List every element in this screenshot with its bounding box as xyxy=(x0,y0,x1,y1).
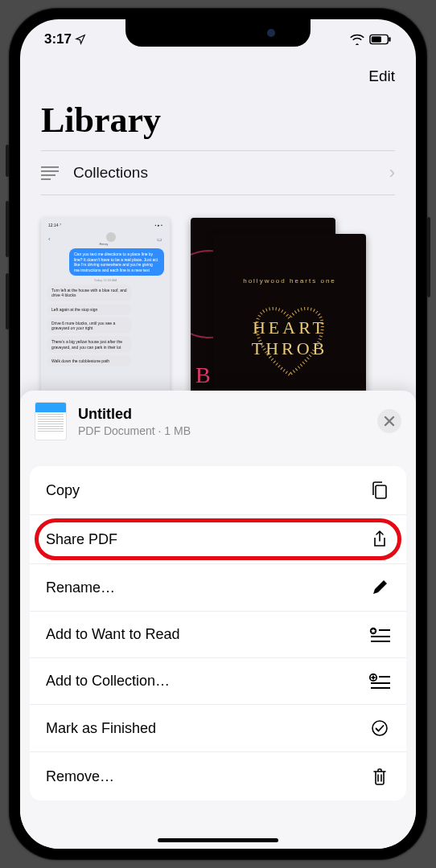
book-stack[interactable]: hollywood hearts two B hollywood hearts … xyxy=(191,218,368,417)
message-bubble: Left again at the stop sign xyxy=(47,304,132,315)
copy-icon xyxy=(369,481,390,500)
action-remove[interactable]: Remove… xyxy=(30,752,406,800)
nav-bar: Edit xyxy=(20,55,416,92)
books-row: 12:14 ⁷▪ ▸ ▪ ‹ Henry ▭ Can you text me d… xyxy=(20,195,416,417)
page-title: Library xyxy=(41,100,395,141)
action-label: Share PDF xyxy=(46,531,117,548)
svg-rect-2 xyxy=(389,37,390,42)
action-label: Mark as Finished xyxy=(46,720,156,737)
edit-button[interactable]: Edit xyxy=(368,68,395,85)
action-label: Rename… xyxy=(46,579,115,596)
plus-list-icon xyxy=(369,674,390,690)
side-button xyxy=(6,201,9,257)
pencil-icon xyxy=(369,579,390,596)
action-label: Add to Want to Read xyxy=(46,626,179,643)
svg-rect-3 xyxy=(376,485,386,498)
trash-icon xyxy=(369,767,390,786)
home-indicator[interactable] xyxy=(158,838,278,842)
sheet-header: Untitled PDF Document · 1 MB xyxy=(20,391,416,457)
sheet-body: Copy Share PDF Rename… xyxy=(30,466,406,800)
checkmark-circle-icon xyxy=(369,719,390,737)
close-icon xyxy=(384,416,395,427)
sheet-title: Untitled xyxy=(78,406,191,423)
document-thumbnail xyxy=(35,402,67,440)
message-bubble: Can you text me directions to a place li… xyxy=(69,248,164,276)
sheet-subtitle: PDF Document · 1 MB xyxy=(78,424,191,437)
phone-frame: 3:17 Edit Library Collections xyxy=(9,8,427,860)
action-add-collection[interactable]: Add to Collection… xyxy=(30,658,406,705)
share-icon xyxy=(369,530,390,549)
action-label: Add to Collection… xyxy=(46,673,170,690)
action-label: Copy xyxy=(46,482,80,499)
message-bubble: Walk down the cobblestone path xyxy=(47,355,132,366)
collections-label: Collections xyxy=(73,164,375,182)
book-item-pdf[interactable]: 12:14 ⁷▪ ▸ ▪ ‹ Henry ▭ Can you text me d… xyxy=(41,218,170,403)
contact-name: Henry xyxy=(100,242,109,246)
book-title-line: HEART xyxy=(252,317,328,338)
location-icon xyxy=(75,34,86,45)
close-button[interactable] xyxy=(377,409,401,433)
message-bubble: Drive 6 more blocks, until you see a gra… xyxy=(47,317,132,334)
svg-rect-1 xyxy=(372,36,381,42)
chevron-right-icon: › xyxy=(389,162,395,183)
message-bubble: There's a big yellow house just after th… xyxy=(47,336,132,353)
star-list-icon xyxy=(369,627,390,643)
screen: 3:17 Edit Library Collections xyxy=(20,19,416,849)
book-title-line: THROB xyxy=(252,338,328,358)
battery-icon xyxy=(369,34,392,45)
status-time: 3:17 xyxy=(44,31,72,47)
preview-status-icons: ▪ ▸ ▪ xyxy=(155,223,162,227)
heart-graphic: HEART THROB xyxy=(241,294,338,383)
collections-icon xyxy=(41,166,59,180)
action-rename[interactable]: Rename… xyxy=(30,564,406,612)
action-sheet: Untitled PDF Document · 1 MB Copy Share … xyxy=(20,391,416,849)
action-mark-finished[interactable]: Mark as Finished xyxy=(30,705,406,752)
action-share-pdf[interactable]: Share PDF xyxy=(30,515,406,564)
notch xyxy=(125,19,311,47)
message-bubble: Turn left at the house with a blue roof,… xyxy=(47,285,132,301)
side-button xyxy=(6,273,9,330)
action-label: Remove… xyxy=(46,768,114,785)
collections-row[interactable]: Collections › xyxy=(41,150,395,195)
svg-point-14 xyxy=(372,721,387,735)
message-timestamp: Today 11:59 AM xyxy=(47,278,164,282)
avatar-icon xyxy=(106,232,116,242)
preview-time: 12:14 ⁷ xyxy=(48,223,61,227)
book-initial: B xyxy=(195,362,211,388)
action-want-to-read[interactable]: Add to Want to Read xyxy=(30,612,406,658)
wifi-icon xyxy=(350,34,364,45)
action-copy[interactable]: Copy xyxy=(30,466,406,515)
side-button xyxy=(427,217,430,297)
book-series: hollywood hearts one xyxy=(243,277,336,285)
side-button xyxy=(6,145,9,177)
video-icon: ▭ xyxy=(157,236,162,243)
